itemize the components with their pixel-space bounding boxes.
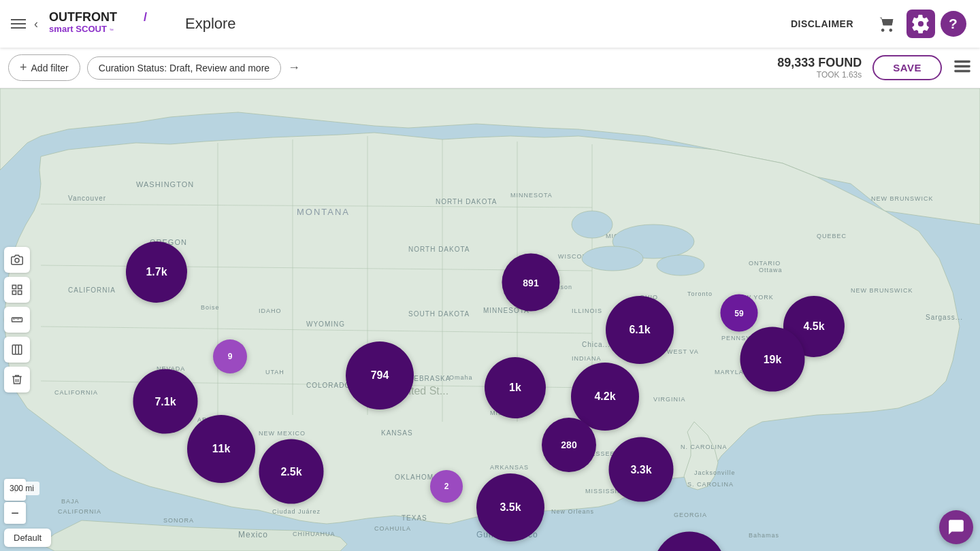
svg-text:WYOMING: WYOMING bbox=[306, 320, 345, 328]
plus-icon: + bbox=[20, 61, 27, 75]
svg-text:VIRGINIA: VIRGINIA bbox=[653, 396, 686, 403]
default-button[interactable]: Default bbox=[4, 529, 51, 547]
svg-text:NORTH DAKOTA: NORTH DAKOTA bbox=[436, 198, 497, 205]
svg-point-65 bbox=[582, 246, 643, 271]
trash-tool-button[interactable] bbox=[4, 367, 30, 393]
svg-text:?: ? bbox=[949, 16, 958, 31]
svg-text:/: / bbox=[144, 10, 147, 24]
grid-tool-button[interactable] bbox=[4, 277, 30, 303]
cluster-c15[interactable]: 3.3k bbox=[609, 437, 674, 502]
map-container[interactable]: .water { fill: #b8d4e0; } .land { fill: … bbox=[0, 88, 980, 551]
curation-filter[interactable]: Curation Status: Draft, Review and more bbox=[87, 56, 281, 80]
svg-text:WASHINGTON: WASHINGTON bbox=[136, 180, 194, 188]
settings-icon-button[interactable] bbox=[906, 10, 935, 38]
svg-text:N. CAROLINA: N. CAROLINA bbox=[681, 444, 728, 450]
filter-arrow-icon[interactable]: → bbox=[288, 61, 300, 75]
svg-text:Toronto: Toronto bbox=[687, 290, 713, 297]
cluster-c3[interactable]: 9 bbox=[213, 339, 247, 373]
svg-point-66 bbox=[657, 255, 704, 276]
svg-text:smart: smart bbox=[49, 24, 74, 34]
svg-rect-6 bbox=[954, 60, 970, 63]
svg-text:ONTARIO: ONTARIO bbox=[749, 260, 781, 267]
svg-text:CALIFORNIA: CALIFORNIA bbox=[54, 389, 98, 396]
svg-text:™: ™ bbox=[109, 28, 114, 33]
svg-text:NORTH DAKOTA: NORTH DAKOTA bbox=[408, 246, 470, 253]
svg-text:Bahamas: Bahamas bbox=[749, 532, 779, 539]
svg-text:Mexico: Mexico bbox=[238, 530, 268, 539]
svg-text:WEST VA: WEST VA bbox=[667, 348, 699, 355]
add-filter-label: Add filter bbox=[31, 63, 69, 73]
svg-text:Ottawa: Ottawa bbox=[759, 267, 783, 273]
columns-tool-button[interactable] bbox=[4, 337, 30, 363]
svg-rect-93 bbox=[18, 285, 22, 288]
scale-bar: 300 mi bbox=[4, 482, 39, 495]
header: ‹ OUTFRONT / smart SCOUT ™ Explore DISCL… bbox=[0, 0, 980, 48]
cluster-c9[interactable]: 1k bbox=[485, 357, 546, 418]
svg-text:COLORADO: COLORADO bbox=[306, 382, 350, 389]
svg-text:KANSAS: KANSAS bbox=[381, 429, 413, 437]
cluster-c4[interactable]: 794 bbox=[346, 341, 414, 410]
camera-tool-button[interactable] bbox=[4, 247, 30, 273]
svg-text:MINNESOTA: MINNESOTA bbox=[510, 192, 553, 199]
list-view-button[interactable] bbox=[953, 57, 972, 79]
explore-label: Explore bbox=[185, 15, 236, 33]
cluster-c16[interactable]: 2 bbox=[430, 470, 463, 503]
svg-text:CHIHUAHUA: CHIHUAHUA bbox=[293, 531, 336, 537]
results-info: 89,333 FOUND TOOK 1.63s bbox=[777, 56, 862, 80]
svg-text:Sargass...: Sargass... bbox=[926, 314, 963, 321]
help-icon-button[interactable]: ? bbox=[941, 11, 966, 37]
svg-text:SONORA: SONORA bbox=[163, 517, 194, 524]
cluster-c6[interactable]: 59 bbox=[721, 295, 758, 332]
chat-button[interactable] bbox=[939, 510, 973, 544]
hamburger-button[interactable] bbox=[11, 16, 26, 31]
svg-text:Jacksonville: Jacksonville bbox=[694, 469, 736, 476]
chevron-button[interactable]: ‹ bbox=[34, 17, 38, 31]
cluster-c11[interactable]: 19k bbox=[740, 327, 805, 392]
svg-text:NEBRASKA: NEBRASKA bbox=[408, 375, 451, 382]
svg-rect-7 bbox=[954, 65, 970, 67]
svg-rect-95 bbox=[18, 291, 22, 295]
svg-rect-92 bbox=[12, 285, 16, 288]
svg-text:CALIFORNIA: CALIFORNIA bbox=[58, 508, 101, 515]
svg-text:OUTFRONT: OUTFRONT bbox=[49, 10, 117, 24]
svg-text:Chica...: Chica... bbox=[582, 341, 610, 348]
svg-text:ARKANSAS: ARKANSAS bbox=[490, 464, 529, 471]
svg-text:Vancouver: Vancouver bbox=[68, 195, 106, 202]
svg-point-64 bbox=[572, 211, 612, 238]
svg-text:COAHUILA: COAHUILA bbox=[374, 525, 411, 532]
cluster-c13[interactable]: 2.5k bbox=[259, 439, 324, 504]
cluster-c17[interactable]: 3.5k bbox=[476, 473, 544, 541]
svg-text:TEXAS: TEXAS bbox=[402, 514, 427, 522]
disclaimer-button[interactable]: DISCLAIMER bbox=[791, 18, 853, 29]
svg-text:NEW BRUNSWICK: NEW BRUNSWICK bbox=[851, 287, 913, 294]
svg-text:Omaha: Omaha bbox=[449, 374, 473, 381]
svg-rect-94 bbox=[12, 291, 16, 295]
cluster-c5[interactable]: 6.1k bbox=[606, 296, 674, 364]
cluster-c1[interactable]: 1.7k bbox=[126, 241, 187, 303]
save-button[interactable]: SAVE bbox=[872, 55, 942, 80]
filter-bar: + Add filter Curation Status: Draft, Rev… bbox=[0, 48, 980, 88]
left-toolbar bbox=[4, 247, 30, 393]
svg-text:NEW BRUNSWICK: NEW BRUNSWICK bbox=[871, 195, 934, 202]
svg-rect-8 bbox=[954, 69, 970, 72]
took-time: TOOK 1.63s bbox=[777, 70, 862, 80]
svg-text:UTAH: UTAH bbox=[265, 369, 284, 375]
svg-point-91 bbox=[15, 258, 19, 263]
cluster-c14[interactable]: 280 bbox=[542, 418, 596, 472]
cluster-c2[interactable]: 891 bbox=[502, 254, 560, 312]
zoom-out-button[interactable]: − bbox=[4, 502, 26, 524]
svg-text:CALIFORNIA: CALIFORNIA bbox=[68, 286, 116, 294]
svg-text:S. CAROLINA: S. CAROLINA bbox=[687, 481, 734, 488]
ruler-tool-button[interactable] bbox=[4, 307, 30, 333]
svg-text:IDAHO: IDAHO bbox=[259, 307, 282, 314]
add-filter-button[interactable]: + Add filter bbox=[8, 54, 80, 81]
svg-text:BAJA: BAJA bbox=[61, 498, 80, 505]
svg-text:Boise: Boise bbox=[201, 304, 220, 311]
cluster-c8[interactable]: 7.1k bbox=[133, 369, 198, 434]
svg-text:QUEBEC: QUEBEC bbox=[817, 233, 847, 239]
cart-icon-button[interactable] bbox=[872, 10, 901, 38]
svg-text:SCOUT: SCOUT bbox=[76, 24, 107, 34]
svg-text:INDIANA: INDIANA bbox=[572, 355, 602, 362]
svg-text:GEORGIA: GEORGIA bbox=[674, 512, 707, 518]
cluster-c12[interactable]: 11k bbox=[187, 415, 255, 483]
